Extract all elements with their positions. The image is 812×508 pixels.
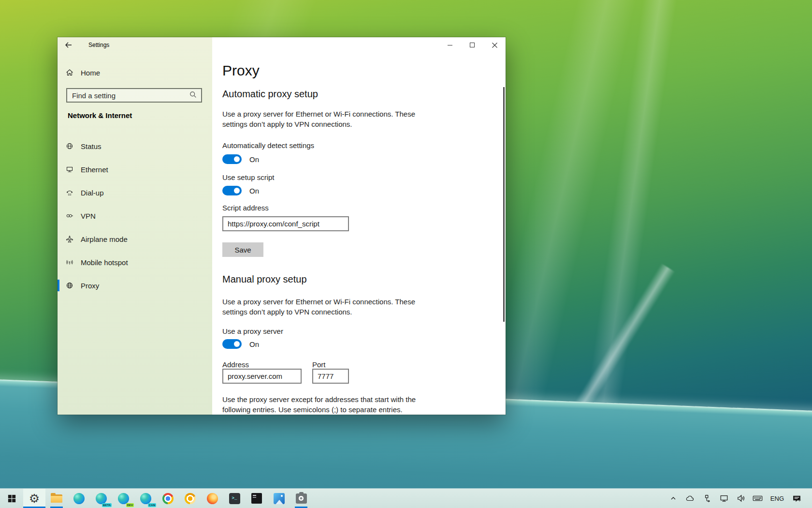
edge-dev-icon [118, 493, 129, 504]
terminal-icon: >_ [229, 493, 240, 504]
sidebar-nav: Status Ethernet Dial-up [58, 136, 212, 299]
back-button[interactable] [58, 37, 80, 53]
network-icon[interactable] [717, 489, 731, 508]
address-label: Address [222, 360, 249, 369]
chrome-icon [162, 493, 174, 504]
sidebar-item-label: Home [81, 69, 100, 77]
use-proxy-server-label: Use a proxy server [222, 327, 283, 335]
taskbar-app-terminal[interactable]: >_ [223, 489, 246, 508]
edge-dev-badge: DEV [126, 503, 134, 507]
volume-icon[interactable] [734, 489, 748, 508]
sidebar-item-ethernet[interactable]: Ethernet [58, 160, 212, 179]
sidebar-item-proxy[interactable]: Proxy [58, 276, 212, 295]
taskbar-app-file-explorer[interactable] [45, 489, 68, 508]
taskbar-app-settings[interactable]: ⚙ [23, 489, 45, 508]
taskbar-app-edge-canary[interactable]: CAN [134, 489, 157, 508]
toggle-state-label: On [249, 340, 259, 348]
save-button[interactable]: Save [222, 242, 263, 257]
sidebar-item-status[interactable]: Status [58, 136, 212, 156]
edge-canary-badge: CAN [148, 503, 156, 507]
content-scrollbar[interactable] [503, 87, 505, 322]
minimize-icon [447, 42, 453, 48]
proxy-globe-icon [66, 282, 73, 289]
taskbar-app-firefox[interactable] [201, 489, 223, 508]
taskbar-app-edge[interactable] [68, 489, 90, 508]
sidebar-item-home[interactable]: Home [58, 63, 212, 82]
window-title: Settings [88, 42, 109, 48]
window-controls [439, 37, 506, 53]
taskbar-app-cmd[interactable] [246, 489, 268, 508]
start-button[interactable] [0, 489, 23, 508]
auto-proxy-heading: Automatic proxy setup [222, 89, 318, 100]
home-icon [66, 69, 73, 76]
onedrive-cloud-icon[interactable] [683, 489, 697, 508]
minimize-button[interactable] [439, 37, 461, 53]
hotspot-icon [66, 258, 73, 266]
firefox-icon [207, 493, 218, 504]
file-explorer-icon [51, 494, 62, 503]
edge-beta-icon [96, 493, 107, 504]
back-arrow-icon [65, 41, 72, 49]
sidebar-item-dialup[interactable]: Dial-up [58, 183, 212, 202]
proxy-exceptions-text: Use the proxy server except for addresse… [222, 394, 418, 415]
detect-settings-label: Automatically detect settings [222, 141, 314, 149]
sidebar-item-mobile-hotspot[interactable]: Mobile hotspot [58, 253, 212, 272]
maximize-icon [469, 42, 475, 48]
edge-canary-icon [140, 493, 151, 504]
taskbar-app-photos[interactable] [268, 489, 290, 508]
action-center-icon[interactable] [790, 489, 803, 508]
taskbar-app-edge-dev[interactable]: DEV [112, 489, 134, 508]
script-address-label: Script address [222, 204, 269, 212]
chrome-canary-icon [185, 493, 196, 504]
sidebar-item-label: Status [81, 142, 102, 150]
airplane-icon [66, 235, 73, 243]
sidebar-item-label: Airplane mode [81, 235, 128, 243]
use-proxy-server-toggle[interactable] [222, 339, 242, 349]
sidebar-item-label: Dial-up [81, 189, 104, 197]
sidebar-item-vpn[interactable]: VPN [58, 206, 212, 225]
taskbar-app-edge-beta[interactable]: BETA [90, 489, 112, 508]
use-setup-script-toggle-row: On [222, 186, 259, 195]
vpn-icon [66, 212, 73, 220]
manual-proxy-heading: Manual proxy setup [222, 274, 307, 285]
sidebar-section-heading: Network & Internet [68, 111, 132, 120]
status-globe-icon [66, 142, 73, 150]
taskbar-app-chrome-canary[interactable] [179, 489, 201, 508]
address-input[interactable] [222, 369, 302, 384]
camera-icon [296, 493, 307, 504]
manual-proxy-description: Use a proxy server for Ethernet or Wi-Fi… [222, 297, 418, 317]
port-input[interactable] [312, 369, 349, 384]
port-label: Port [312, 360, 326, 369]
sidebar-item-airplane-mode[interactable]: Airplane mode [58, 229, 212, 249]
sidebar-item-label: Proxy [81, 282, 99, 290]
settings-content: Proxy Automatic proxy setup Use a proxy … [212, 37, 506, 415]
use-setup-script-label: Use setup script [222, 173, 275, 181]
windows-logo-icon [8, 494, 16, 503]
search-icon[interactable] [189, 91, 197, 100]
close-icon [492, 42, 498, 48]
maximize-button[interactable] [461, 37, 483, 53]
use-setup-script-toggle[interactable] [222, 186, 242, 195]
taskbar: ⚙ BETA DEV CAN > [0, 489, 812, 508]
desktop-wallpaper: Settings Home Network & Internet [0, 0, 812, 508]
search-input[interactable] [67, 91, 189, 100]
language-indicator[interactable]: ENG [768, 495, 786, 502]
tray-chevron-up-icon[interactable] [667, 489, 680, 508]
settings-gear-icon: ⚙ [29, 493, 40, 505]
taskbar-app-chrome[interactable] [157, 489, 179, 508]
system-tray: ENG [667, 489, 812, 508]
settings-window: Settings Home Network & Internet [58, 37, 506, 415]
close-button[interactable] [483, 37, 506, 53]
edge-icon [73, 493, 85, 504]
taskbar-app-camera[interactable] [290, 489, 312, 508]
command-prompt-icon [251, 493, 262, 504]
touch-keyboard-icon[interactable] [751, 489, 765, 508]
toggle-state-label: On [249, 155, 259, 164]
edge-beta-badge: BETA [102, 503, 112, 507]
use-proxy-server-toggle-row: On [222, 339, 259, 349]
detect-settings-toggle[interactable] [222, 154, 242, 164]
sidebar-item-label: Ethernet [81, 165, 108, 174]
usb-device-icon[interactable] [700, 489, 714, 508]
script-address-input[interactable] [222, 216, 349, 231]
sidebar-item-label: VPN [81, 212, 96, 220]
